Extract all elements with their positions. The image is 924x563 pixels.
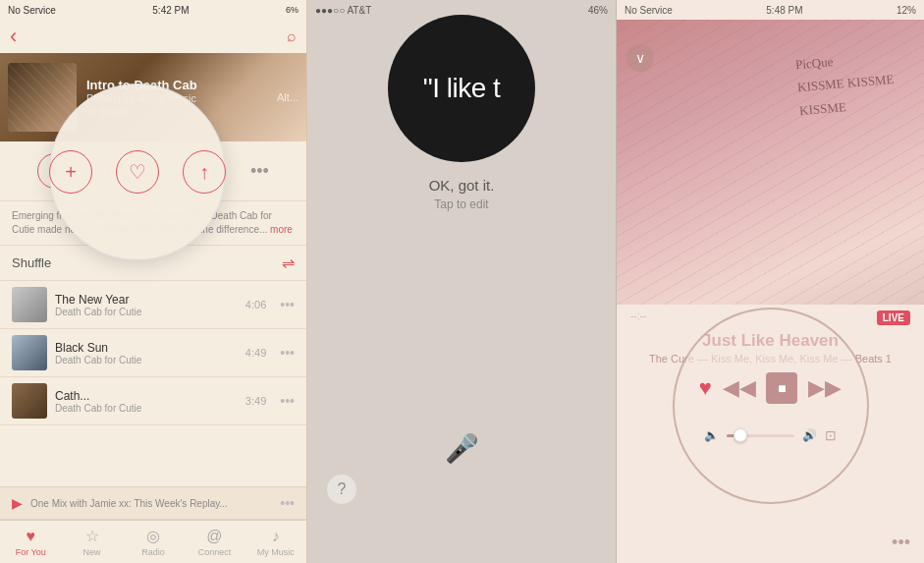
siri-response-area: OK, got it. Tap to edit [307,177,616,211]
circle-add-button[interactable]: + [49,150,92,194]
track-thumb [12,335,47,370]
status-bar-1: No Service 5:42 PM 6% [0,0,306,20]
p3-volume-low-icon: 🔈 [704,428,719,442]
p3-time-left: --:-- [630,310,646,325]
more-link[interactable]: more [270,224,293,235]
track-item[interactable]: Black Sun Death Cab for Cutie 4:49 ••• [0,329,306,377]
track-artist: Death Cab for Cutie [55,307,238,317]
p3-heart-button[interactable]: ♥ [699,375,712,401]
p3-stop-button[interactable]: ■ [766,372,797,404]
service-label: No Service [8,5,56,16]
track-duration: 3:49 [245,395,266,407]
p3-volume-track[interactable] [727,434,794,437]
p3-volume-high-icon: 🔊 [802,428,817,442]
p3-playback-controls: ♥ ◀◀ ■ ▶▶ [675,365,867,412]
nav-bar-1: ‹ ⌕ [0,20,306,53]
track-more-button[interactable]: ••• [280,345,295,361]
track-duration: 4:49 [245,347,266,359]
tab-bar: ♥ For You ☆ New ◎ Radio @ Connect ♪ My M… [0,520,306,563]
p3-time: 5:48 PM [766,5,802,16]
p3-status-bar: No Service 5:48 PM 12% [617,0,924,20]
tab-my-music[interactable]: ♪ My Music [245,528,306,557]
connect-tab-icon: @ [206,528,222,545]
track-artist: Death Cab for Cutie [55,403,238,414]
circle-add: + [49,150,92,194]
track-thumb [12,383,47,419]
shuffle-label: Shuffle [12,255,51,270]
tab-for-you[interactable]: ♥ For You [0,528,61,557]
track-more-button[interactable]: ••• [280,393,295,409]
play-icon: ▶ [12,495,23,511]
tab-my-music-label: My Music [257,547,295,557]
alt-label: Alt... [277,91,299,103]
p3-volume-control: 🔈 🔊 ⊡ [688,423,852,447]
p3-airplay-button[interactable]: ⊡ [825,427,837,443]
circle-share-button[interactable]: ↑ [183,150,226,194]
siri-bluetooth: 46% [588,5,608,16]
circle-share: ↑ [183,150,226,194]
siri-tap-text[interactable]: Tap to edit [307,197,616,211]
track-list: The New Year Death Cab for Cutie 4:06 ••… [0,281,306,425]
track-details: Cath... Death Cab for Cutie [55,389,238,414]
time-label: 5:42 PM [152,5,189,16]
battery-icon: 6% [286,5,299,15]
p3-more-button[interactable]: ••• [892,533,910,553]
track-item[interactable]: Cath... Death Cab for Cutie 3:49 ••• [0,377,306,425]
p3-chevron-button[interactable]: ∨ [626,44,654,72]
p3-battery: 12% [897,5,916,16]
shuffle-icon[interactable]: ⇌ [282,253,295,272]
siri-speech-text: "I like t [423,73,501,104]
more-button[interactable]: ••• [250,161,269,182]
tab-new-label: New [83,547,101,557]
track-artist: Death Cab for Cutie [55,355,238,366]
track-name: Black Sun [55,341,238,355]
track-more-button[interactable]: ••• [280,297,295,312]
tab-radio-label: Radio [141,547,165,557]
track-name: Cath... [55,389,238,403]
tab-for-you-label: For You [16,547,46,557]
p3-controls-circle: ♥ ◀◀ ■ ▶▶ 🔈 🔊 ⊡ [673,308,869,504]
heart-tab-icon: ♥ [26,528,35,545]
circle-heart: ♡ [116,150,159,194]
p3-album-artwork: ∨ PicQueKISSME KISSMEKISSME [617,20,924,305]
p3-live-badge: LIVE [877,310,910,325]
panel-music: No Service 5:42 PM 6% ‹ ⌕ Intro to Death… [0,0,307,563]
siri-ok-text: OK, got it. [307,177,616,194]
music-tab-icon: ♪ [272,528,280,545]
search-button[interactable]: ⌕ [287,28,297,45]
track-details: Black Sun Death Cab for Cutie [55,341,238,366]
now-playing-text: One Mix with Jamie xx: This Week's Repla… [30,498,272,509]
panel-now-playing: No Service 5:48 PM 12% ∨ PicQueKISSME KI… [617,0,924,563]
panel-siri: ●●●○○ AT&T 46% "I like t OK, got it. Tap… [307,0,617,563]
new-tab-icon: ☆ [85,527,99,545]
tab-new[interactable]: ☆ New [61,527,122,557]
siri-microphone-button[interactable]: 🎤 [445,432,479,465]
circle-heart-button[interactable]: ♡ [116,150,159,194]
track-details: The New Year Death Cab for Cutie [55,293,238,317]
p3-forward-button[interactable]: ▶▶ [808,375,842,401]
p3-volume-thumb[interactable] [734,428,747,442]
siri-carrier: ●●●○○ AT&T [315,5,371,16]
p3-service: No Service [625,5,673,16]
now-playing-bar[interactable]: ▶ One Mix with Jamie xx: This Week's Rep… [0,486,306,520]
action-circle-overlay: + ♡ ↑ [49,84,226,260]
tab-connect-label: Connect [198,547,232,557]
track-name: The New Year [55,293,238,307]
track-duration: 4:06 [245,299,266,310]
back-button[interactable]: ‹ [10,24,17,49]
radio-tab-icon: ◎ [146,527,160,545]
now-playing-more[interactable]: ••• [280,495,295,511]
tab-radio[interactable]: ◎ Radio [123,527,184,557]
p3-rewind-button[interactable]: ◀◀ [723,375,756,401]
p3-handwriting-overlay: PicQueKISSME KISSMEKISSME [795,45,897,122]
siri-question-button[interactable]: ? [327,475,356,504]
track-thumb [12,287,47,322]
tab-connect[interactable]: @ Connect [184,528,245,557]
track-item[interactable]: The New Year Death Cab for Cutie 4:06 ••… [0,281,306,329]
siri-circle: "I like t [388,15,535,162]
